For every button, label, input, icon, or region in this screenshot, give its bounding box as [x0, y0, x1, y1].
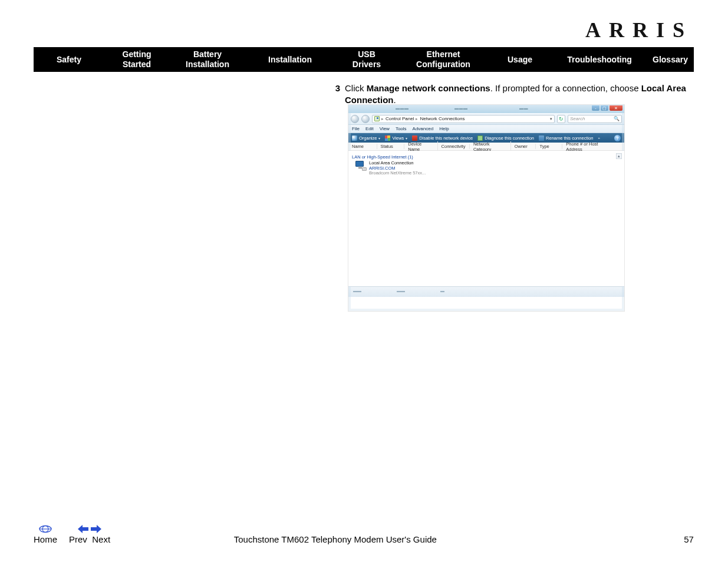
scroll-up-button[interactable]: ▴	[616, 153, 622, 159]
footer-home-link[interactable]: Home	[34, 524, 57, 544]
menu-help[interactable]: Help	[439, 126, 449, 131]
page-number: 57	[684, 534, 694, 544]
toolbar-disable-device[interactable]: Disable this network device	[412, 135, 473, 141]
help-icon[interactable]: ?	[614, 135, 621, 141]
breadcrumb[interactable]: ▸ Control Panel ▸ Network Connections ▾	[372, 115, 555, 123]
step-text: Click Manage network connections. If pro…	[345, 82, 694, 105]
menu-tools[interactable]: Tools	[396, 126, 407, 131]
breadcrumb-sep-icon: ▸	[416, 117, 418, 121]
refresh-button[interactable]: ↻	[557, 115, 565, 123]
toolbar-organize[interactable]: Organize ▾	[352, 135, 380, 141]
nav-forward-button[interactable]	[361, 115, 370, 123]
nav-troubleshooting[interactable]: Troubleshooting	[552, 47, 647, 72]
menu-view[interactable]: View	[380, 126, 390, 131]
diagnose-icon	[477, 135, 483, 141]
step-bold-1: Manage network connections	[367, 83, 490, 93]
vista-addressbar: ▸ Control Panel ▸ Network Connections ▾ …	[348, 113, 624, 125]
window-close-button[interactable]: ✕	[610, 105, 622, 111]
vista-column-headers: NameStatusDevice NameConnectivityNetwork…	[348, 143, 624, 151]
col-network-category[interactable]: Network Category	[473, 141, 511, 152]
col-owner[interactable]: Owner	[515, 144, 536, 149]
instruction-step: 3 Click Manage network connections. If p…	[328, 82, 694, 105]
step-prefix: Click	[345, 83, 367, 93]
list-item[interactable]: Local Area Connection ARRISI.COM Broadco…	[355, 161, 621, 176]
doc-footer: Home Prev Next Touchstone TM602 Telephon…	[34, 524, 694, 544]
vista-statusbar: ▬▬▬▬▬	[348, 286, 624, 297]
col-device-name[interactable]: Device Name	[408, 141, 437, 152]
next-arrow-icon	[91, 525, 101, 533]
nav-ethernet-configuration[interactable]: Ethernet Configuration	[399, 49, 487, 70]
search-input[interactable]: Search 🔍	[568, 115, 622, 123]
nav-installation[interactable]: Installation	[246, 47, 334, 72]
footer-prev-label: Prev	[69, 534, 87, 544]
menu-edit[interactable]: Edit	[365, 126, 374, 131]
nav-back-button[interactable]	[351, 115, 359, 123]
window-minimize-button[interactable]: ‐	[592, 105, 599, 111]
menu-advanced[interactable]: Advanced	[413, 126, 434, 131]
disable-icon	[412, 135, 417, 141]
rename-icon	[539, 135, 544, 141]
nav-usb-drivers[interactable]: USB Drivers	[334, 49, 399, 70]
nav-usage[interactable]: Usage	[487, 47, 552, 72]
toolbar-views[interactable]: Views ▾	[385, 135, 407, 141]
doc-title: Touchstone TM602 Telephony Modem User's …	[234, 534, 437, 544]
prev-arrow-icon	[78, 525, 88, 533]
nav-safety[interactable]: Safety	[34, 47, 104, 72]
breadcrumb-dropdown-icon[interactable]: ▾	[550, 117, 552, 121]
item-device: Broadcom NetXtreme 57xx...	[369, 171, 426, 176]
breadcrumb-root: Control Panel	[386, 116, 414, 121]
toolbar-diagnose[interactable]: Diagnose this connection	[477, 135, 534, 141]
toolbar-overflow-icon[interactable]: »	[598, 136, 599, 140]
vista-list-area: LAN or High-Speed Internet (1) Local Are…	[348, 151, 624, 286]
home-icon	[39, 525, 52, 533]
footer-home-label: Home	[34, 534, 57, 544]
nav-glossary[interactable]: Glossary	[647, 47, 694, 72]
vista-titlebar: ▬▬▬ ▬▬▬ ▬▬ ‐ ▢ ✕	[348, 105, 624, 113]
organize-icon	[352, 135, 357, 141]
doc-top-nav: SafetyGetting StartedBattery Installatio…	[34, 47, 694, 72]
col-phone-or-host-address[interactable]: Phone # or Host Address	[566, 141, 617, 152]
col-connectivity[interactable]: Connectivity	[442, 144, 470, 149]
col-type[interactable]: Type	[539, 144, 562, 149]
network-adapter-icon	[355, 161, 366, 170]
menu-file[interactable]: File	[352, 126, 360, 131]
footer-next-label: Next	[92, 534, 110, 544]
nav-battery-installation[interactable]: Battery Installation	[169, 49, 246, 70]
vista-window: ▬▬▬ ▬▬▬ ▬▬ ‐ ▢ ✕ ▸ Control Panel ▸ Netwo…	[348, 105, 624, 311]
list-group-header: LAN or High-Speed Internet (1)	[352, 154, 621, 160]
views-icon	[385, 135, 390, 141]
window-maximize-button[interactable]: ▢	[601, 105, 608, 111]
control-panel-icon	[374, 116, 380, 121]
breadcrumb-sep-icon: ▸	[381, 117, 384, 121]
toolbar-rename[interactable]: Rename this connection	[539, 135, 593, 141]
search-placeholder: Search	[570, 116, 585, 121]
vista-menubar: FileEditViewToolsAdvancedHelp	[348, 125, 624, 133]
step-mid: . If prompted for a connection, choose	[490, 83, 641, 93]
breadcrumb-leaf: Network Connections	[420, 116, 465, 121]
step-suffix: .	[394, 95, 396, 105]
footer-prev-link[interactable]: Prev Next	[69, 524, 110, 544]
brand-logo: ARRIS	[585, 18, 693, 42]
nav-getting-started[interactable]: Getting Started	[104, 49, 169, 70]
col-name[interactable]: Name	[352, 144, 377, 149]
col-status[interactable]: Status	[381, 144, 405, 149]
search-icon: 🔍	[614, 116, 620, 121]
step-number: 3	[328, 82, 340, 105]
